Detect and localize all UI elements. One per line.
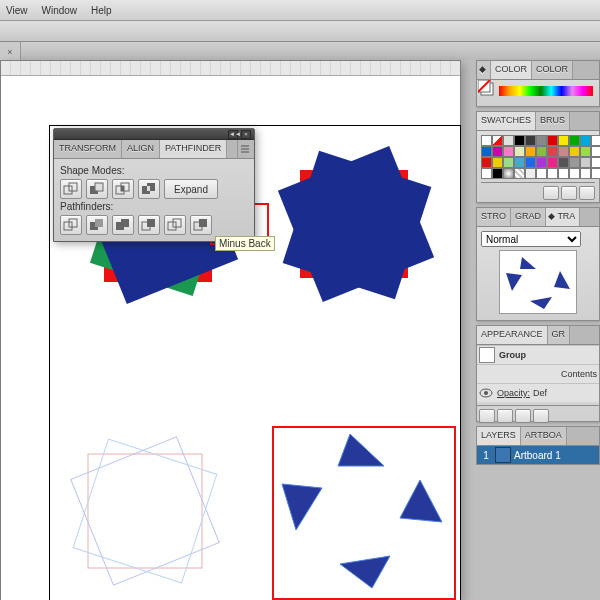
svg-marker-9: [338, 434, 384, 466]
pathfinder-panel[interactable]: ◄◄ × TRANSFORM ALIGN PATHFINDER Shape Mo…: [53, 128, 255, 242]
document-tab-close[interactable]: ×: [0, 42, 21, 61]
panel-menu-icon[interactable]: [237, 140, 254, 158]
application-menubar: View Window Help: [0, 0, 600, 21]
tab-layers[interactable]: LAYERS: [477, 427, 521, 445]
svg-rect-7: [73, 439, 217, 583]
tab-color-guide[interactable]: COLOR: [532, 61, 573, 79]
shape-group-bottom-right[interactable]: [272, 426, 452, 598]
svg-marker-40: [506, 273, 522, 291]
svg-rect-26: [95, 219, 103, 227]
shape-group-bottom-left[interactable]: [60, 426, 240, 600]
pathfinder-tabs: TRANSFORM ALIGN PATHFINDER: [54, 140, 254, 159]
svg-point-43: [484, 391, 488, 395]
tab-gradient[interactable]: GRAD: [511, 208, 546, 226]
svg-rect-28: [121, 219, 129, 227]
pathfinder-outline[interactable]: [164, 215, 186, 235]
pathfinder-trim[interactable]: [86, 215, 108, 235]
layer-name: Artboard 1: [514, 450, 561, 461]
shapemode-intersect[interactable]: [112, 179, 134, 199]
color-spectrum[interactable]: [499, 86, 593, 96]
expand-button[interactable]: Expand: [164, 179, 218, 199]
swatch-libraries-icon[interactable]: [543, 186, 559, 200]
svg-rect-14: [69, 183, 77, 191]
svg-marker-38: [520, 257, 536, 269]
svg-rect-34: [199, 219, 207, 227]
svg-marker-12: [340, 556, 390, 588]
shapemode-unite[interactable]: [60, 179, 82, 199]
svg-rect-31: [168, 222, 176, 230]
tab-brushes[interactable]: BRUS: [536, 112, 570, 130]
tab-align[interactable]: ALIGN: [122, 140, 160, 158]
layer-number: 1: [480, 450, 492, 461]
panel-close-button[interactable]: ×: [241, 130, 251, 139]
tab-graphic-styles[interactable]: GR: [548, 326, 571, 344]
swatch-options-icon[interactable]: [579, 186, 595, 200]
ruler-horizontal: [1, 61, 460, 76]
tab-transform[interactable]: TRANSFORM: [54, 140, 122, 158]
swatch-kind-icon[interactable]: [561, 186, 577, 200]
svg-rect-6: [88, 454, 202, 568]
tab-color[interactable]: COLOR: [491, 61, 532, 79]
svg-marker-10: [400, 480, 442, 522]
blend-mode-select[interactable]: Normal: [481, 231, 581, 247]
svg-rect-5: [278, 146, 434, 302]
tab-artboards[interactable]: ARTBOA: [521, 427, 567, 445]
right-panel-dock: ◆ COLOR COLOR SWATCHES BRUS: [476, 60, 600, 600]
swatches-grid[interactable]: [481, 135, 595, 179]
tab-transparency[interactable]: ◆ TRA: [546, 208, 580, 226]
tooltip-minus-back: Minus Back: [215, 236, 275, 251]
control-bar: [0, 21, 600, 42]
color-panel: ◆ COLOR COLOR: [476, 60, 600, 107]
workspace: ◄◄ × TRANSFORM ALIGN PATHFINDER Shape Mo…: [0, 60, 600, 600]
svg-rect-24: [69, 219, 77, 227]
svg-marker-39: [554, 271, 570, 289]
appearance-contents-label: Contents: [561, 369, 597, 379]
layer-color-chip: [495, 447, 511, 463]
svg-rect-22: [147, 186, 150, 191]
swatches-panel: SWATCHES BRUS: [476, 111, 600, 203]
panel-collapse-button[interactable]: ◄◄: [228, 130, 238, 139]
appearance-opacity-value: Def: [533, 388, 547, 398]
menu-window[interactable]: Window: [42, 5, 78, 16]
shape-modes-label: Shape Modes:: [60, 165, 248, 176]
new-effect-icon[interactable]: [515, 409, 531, 423]
pathfinder-minus-back[interactable]: [190, 215, 212, 235]
pathfinder-divide[interactable]: [60, 215, 82, 235]
shape-group-top-right[interactable]: [270, 136, 460, 326]
tab-pathfinder[interactable]: PATHFINDER: [160, 140, 227, 158]
menu-help[interactable]: Help: [91, 5, 112, 16]
pathfinders-label: Pathfinders:: [60, 201, 248, 212]
appearance-panel: APPEARANCE GR Group Contents Opacity: De…: [476, 325, 600, 422]
svg-rect-19: [121, 186, 124, 191]
svg-rect-8: [71, 437, 219, 585]
shapemode-exclude[interactable]: [138, 179, 160, 199]
new-stroke-icon[interactable]: [497, 409, 513, 423]
appearance-target-name: Group: [499, 350, 526, 360]
visibility-icon[interactable]: [479, 387, 493, 399]
pathfinder-body: Shape Modes: Expand Pathfinders:: [54, 159, 254, 241]
tab-stroke[interactable]: STRO: [477, 208, 511, 226]
pathfinder-titlebar[interactable]: ◄◄ ×: [54, 129, 254, 140]
tab-swatches[interactable]: SWATCHES: [477, 112, 536, 130]
layer-row[interactable]: 1 Artboard 1: [477, 446, 599, 464]
svg-rect-16: [95, 183, 103, 191]
pathfinder-crop[interactable]: [138, 215, 160, 235]
appearance-thumb: [479, 347, 495, 363]
svg-rect-30: [147, 219, 155, 227]
svg-rect-32: [173, 219, 181, 227]
svg-rect-23: [64, 222, 72, 230]
color-tab-handle: ◆: [477, 61, 491, 79]
tab-appearance[interactable]: APPEARANCE: [477, 326, 548, 344]
svg-marker-41: [530, 297, 552, 309]
new-fill-icon[interactable]: [479, 409, 495, 423]
svg-rect-13: [64, 186, 72, 194]
svg-marker-11: [282, 484, 322, 530]
pathfinder-merge[interactable]: [112, 215, 134, 235]
clear-appearance-icon[interactable]: [533, 409, 549, 423]
layers-panel: LAYERS ARTBOA 1 Artboard 1: [476, 426, 600, 465]
shapemode-minus-front[interactable]: [86, 179, 108, 199]
appearance-opacity-label: Opacity:: [497, 388, 530, 398]
fill-stroke-icon[interactable]: [478, 80, 494, 96]
transparency-panel: STRO GRAD ◆ TRA Normal: [476, 207, 600, 321]
menu-view[interactable]: View: [6, 5, 28, 16]
